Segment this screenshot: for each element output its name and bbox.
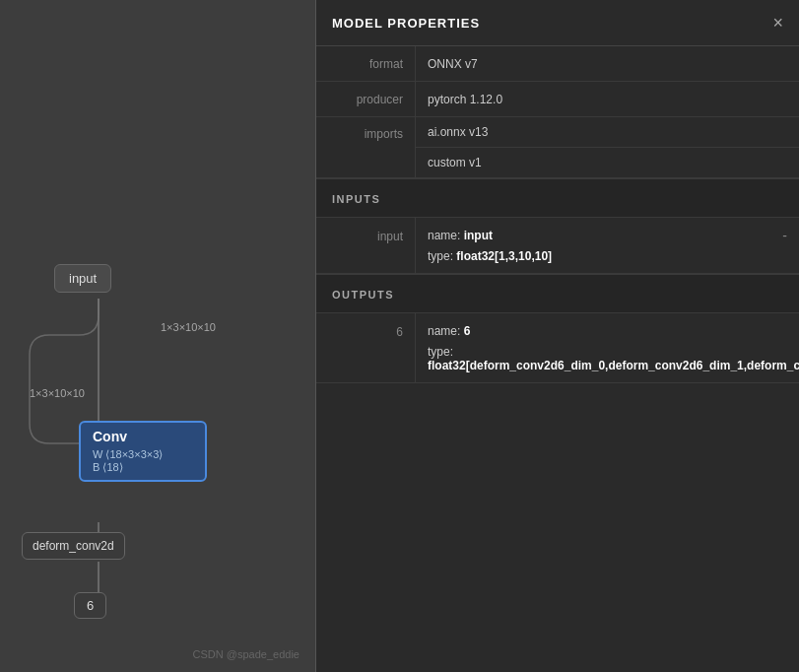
properties-content: format ONNX v7 producer pytorch 1.12.0 i… <box>316 46 799 672</box>
format-row: format ONNX v7 <box>316 46 799 82</box>
input-node[interactable]: input <box>54 264 111 293</box>
panel-header: MODEL PROPERTIES × <box>316 0 799 46</box>
input-name-prefix: name: input <box>428 229 493 242</box>
output-type-row: type: float32[deform_conv2d6_dim_0,defor… <box>416 345 799 382</box>
graph-panel: input 1×3×10×10 1×3×10×10 Conv W ⟨18×3×3… <box>0 0 315 672</box>
producer-label: producer <box>316 82 415 116</box>
outputs-title: OUTPUTS <box>332 289 394 301</box>
producer-value: pytorch 1.12.0 <box>415 82 799 116</box>
imports-section: imports ai.onnx v13 custom v1 <box>316 117 799 178</box>
producer-row: producer pytorch 1.12.0 <box>316 82 799 117</box>
input-node-label: input <box>69 271 97 286</box>
output-type-value: float32[deform_conv2d6_dim_0,deform_conv… <box>428 359 799 372</box>
input-type-prefix: type: float32[1,3,10,10] <box>428 249 552 263</box>
input-name-bold: input <box>464 229 493 242</box>
input-type-row: type: float32[1,3,10,10] <box>416 249 799 273</box>
inputs-title: INPUTS <box>332 193 380 205</box>
output-name-prefix: name: 6 <box>428 324 470 338</box>
output-node[interactable]: 6 <box>74 592 106 619</box>
output-name-row: name: 6 - <box>416 313 799 345</box>
imports-values: ai.onnx v13 custom v1 <box>415 117 799 177</box>
graph-connections <box>0 0 315 672</box>
shape-label-top: 1×3×10×10 <box>161 321 216 333</box>
input-io-block: input name: input - type: float32[1,3,10… <box>316 218 799 274</box>
input-io-value: name: input - type: float32[1,3,10,10] <box>415 218 799 273</box>
watermark: CSDN @spade_eddie <box>193 648 300 660</box>
output-io-block: 6 name: 6 - type: float32[deform_conv2d6… <box>316 313 799 383</box>
outputs-section-header: OUTPUTS <box>316 274 799 313</box>
format-label: format <box>316 46 415 81</box>
format-value: ONNX v7 <box>415 46 799 81</box>
shape-label-left: 1×3×10×10 <box>30 387 85 399</box>
output-label: 6 <box>87 598 94 613</box>
conv-title: Conv <box>93 429 193 444</box>
input-io-label: input <box>316 218 415 273</box>
imports-label: imports <box>316 117 415 177</box>
input-minus-btn[interactable]: - <box>782 228 787 243</box>
conv-node[interactable]: Conv W ⟨18×3×3×3⟩ B ⟨18⟩ <box>79 421 207 482</box>
import-item-1: custom v1 <box>416 148 799 177</box>
panel-title: MODEL PROPERTIES <box>332 16 480 31</box>
inputs-section-header: INPUTS <box>316 178 799 218</box>
input-type-value: float32[1,3,10,10] <box>456 249 552 263</box>
conv-b-label: B ⟨18⟩ <box>93 461 193 474</box>
import-item-0: ai.onnx v13 <box>416 117 799 148</box>
output-io-value: name: 6 - type: float32[deform_conv2d6_d… <box>415 313 799 382</box>
input-name-row: name: input - <box>416 218 799 249</box>
properties-panel: MODEL PROPERTIES × format ONNX v7 produc… <box>315 0 799 672</box>
imports-row: imports ai.onnx v13 custom v1 <box>316 117 799 177</box>
output-type-prefix: type: <box>428 345 453 359</box>
deform-label: deform_conv2d <box>33 539 114 553</box>
close-button[interactable]: × <box>772 14 783 32</box>
output-name-bold: 6 <box>464 324 471 338</box>
conv-w-label: W ⟨18×3×3×3⟩ <box>93 448 193 461</box>
output-io-label: 6 <box>316 313 415 382</box>
deform-node[interactable]: deform_conv2d <box>22 532 125 560</box>
